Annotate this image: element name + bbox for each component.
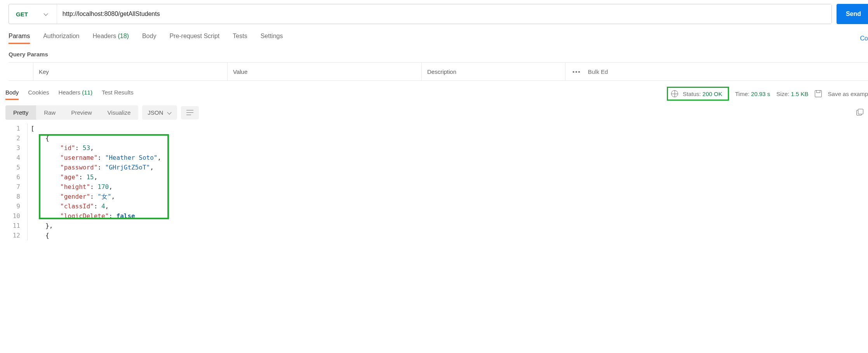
code-line: 3"id": 53, [5,143,868,153]
globe-icon[interactable] [671,90,678,97]
save-response-link[interactable]: Save as examp [828,91,868,97]
line-number: 11 [5,221,27,231]
format-dropdown[interactable]: JSON [142,105,177,120]
url-input[interactable] [57,4,831,24]
line-number: 9 [5,201,27,211]
response-tab-headers-label: Headers [58,89,80,96]
tab-settings[interactable]: Settings [261,33,283,44]
code-content: { [27,231,49,240]
tab-params[interactable]: Params [9,33,30,44]
method-label: GET [16,11,28,17]
line-number: 7 [5,182,27,192]
tab-headers-label: Headers [93,33,116,39]
size-text: Size: 1.5 KB [776,91,809,97]
response-tab-headers[interactable]: Headers (11) [58,87,92,100]
query-params-table: Key Value Description ••• Bulk Ed [9,62,868,81]
tab-headers[interactable]: Headers (18) [93,33,129,44]
code-line: 5"password": "GHrjGtZ5oT", [5,163,868,172]
view-tab-pretty[interactable]: Pretty [5,105,36,120]
code-line: 11}, [5,221,868,231]
code-content: "logicDelete": false [27,211,135,221]
line-number: 6 [5,172,27,182]
query-params-check-col [9,63,33,80]
view-tab-preview[interactable]: Preview [63,105,99,120]
code-line: 12{ [5,231,868,240]
body-view-controls: Pretty Raw Preview Visualize JSON [0,101,868,124]
code-content: "password": "GHrjGtZ5oT", [27,163,154,172]
save-icon[interactable] [815,90,822,97]
line-number: 2 [5,133,27,143]
response-meta: Status: 200 OK Time: 20.93 s Size: 1.5 K… [667,87,868,101]
size-label: Size: [776,91,789,97]
format-label: JSON [148,109,163,116]
line-number: 10 [5,211,27,221]
code-content: "height": 170, [27,182,113,192]
line-number: 12 [5,231,27,240]
chevron-down-icon [43,12,48,16]
code-content: "classId": 4, [27,201,109,211]
code-line: 7"height": 170, [5,182,868,192]
tab-authorization[interactable]: Authorization [43,33,79,44]
line-number: 8 [5,192,27,201]
response-tab-body[interactable]: Body [5,87,19,100]
code-content: "username": "Heather Soto", [27,153,161,163]
code-line: 8"gender": "女", [5,192,868,201]
query-params-key-header: Key [33,63,228,80]
request-tabs: Params Authorization Headers (18) Body P… [0,24,868,44]
response-tab-headers-count: (11) [82,89,92,96]
tab-tests[interactable]: Tests [233,33,247,44]
time-label: Time: [735,91,750,97]
code-content: }, [27,221,53,231]
view-tab-visualize[interactable]: Visualize [100,105,139,120]
query-params-title: Query Params [0,44,868,62]
tab-prerequest[interactable]: Pre-request Script [169,33,219,44]
code-line: 2{ [5,133,868,143]
line-number: 5 [5,163,27,172]
send-button[interactable]: Send [837,4,868,24]
bulk-edit-link[interactable]: Bulk Ed [588,68,608,75]
query-params-value-header: Value [228,63,422,80]
code-content: "gender": "女", [27,192,115,201]
right-action-link[interactable]: Co [860,35,868,42]
time-text: Time: 20.93 s [735,91,770,97]
more-icon[interactable]: ••• [572,68,581,75]
copy-icon [856,110,862,115]
response-tab-testresults[interactable]: Test Results [102,87,134,100]
query-params-actions: ••• Bulk Ed [565,68,611,75]
copy-button[interactable] [856,109,862,116]
response-header-row: Body Cookies Headers (11) Test Results S… [0,85,868,101]
tab-headers-count: (18) [118,33,129,39]
time-value: 20.93 s [751,91,770,97]
wrap-icon [186,110,193,115]
tab-body[interactable]: Body [142,33,156,44]
size-value: 1.5 KB [791,91,809,97]
chevron-down-icon [167,110,172,115]
status-label: Status: [683,91,701,97]
request-bar: GET Send [0,4,868,24]
code-content: [ [27,124,35,133]
body-view-tabs: Pretty Raw Preview Visualize [5,105,138,120]
code-line: 10"logicDelete": false [5,211,868,221]
status-text: Status: 200 OK [683,91,722,97]
code-content: "id": 53, [27,143,94,153]
line-number: 3 [5,143,27,153]
response-tab-cookies[interactable]: Cookies [28,87,49,100]
code-content: "age": 15, [27,172,97,182]
code-content: { [27,133,49,143]
line-number: 4 [5,153,27,163]
line-number: 1 [5,124,27,133]
query-params-description-header: Description [422,63,565,80]
view-tab-raw[interactable]: Raw [36,105,63,120]
method-dropdown[interactable]: GET [9,4,57,24]
status-highlight: Status: 200 OK [667,87,729,101]
code-line: 9"classId": 4, [5,201,868,211]
status-value: 200 OK [703,91,722,97]
code-line: 1[ [5,124,868,133]
response-tabs: Body Cookies Headers (11) Test Results [5,87,134,100]
wrap-lines-button[interactable] [181,106,199,119]
response-body-code[interactable]: 1[2{3"id": 53,4"username": "Heather Soto… [0,124,868,240]
code-line: 4"username": "Heather Soto", [5,153,868,163]
code-line: 6"age": 15, [5,172,868,182]
url-container: GET [9,4,832,24]
